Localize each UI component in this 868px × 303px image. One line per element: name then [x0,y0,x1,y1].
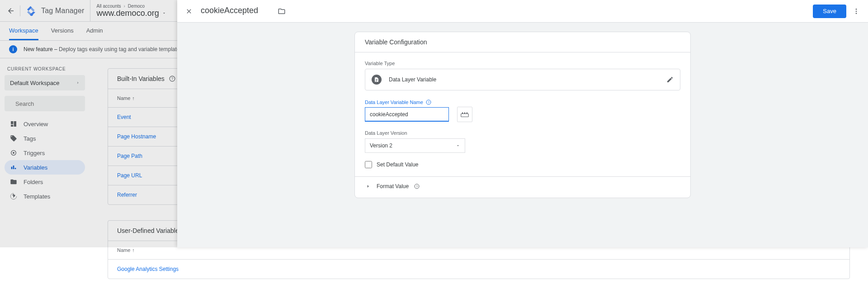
sidebar-item-overview[interactable]: Overview [5,117,85,131]
dropdown-icon [162,11,166,15]
folder-icon [10,178,17,185]
dlv-name-label: Data Layer Variable Name ? [365,99,680,105]
help-icon[interactable]: ? [169,76,175,82]
svg-text:?: ? [416,185,418,188]
sidebar-item-label: Overview [24,121,48,128]
help-icon[interactable]: ? [426,99,431,105]
variable-name-input[interactable] [201,6,273,17]
insert-variable-icon[interactable] [457,107,472,122]
tab-workspace[interactable]: Workspace [9,22,38,40]
svg-rect-12 [464,113,465,114]
set-default-checkbox[interactable] [365,161,372,168]
chevron-right-icon [76,80,80,85]
svg-point-1 [13,152,14,154]
edit-icon[interactable] [666,76,674,83]
crumb-all[interactable]: All accounts [97,4,121,9]
search-row [5,96,85,111]
folder-icon[interactable] [278,7,286,15]
sidebar-item-label: Variables [24,164,47,171]
format-value-row[interactable]: Format Value ? [365,183,680,189]
panel-body: Variable Configuration Variable Type Dat… [177,23,868,247]
svg-point-6 [856,10,857,12]
version-label: Data Layer Version [365,130,680,136]
panel-title: Built-In Variables [117,75,165,82]
type-name: Data Layer Variable [389,76,436,83]
svg-point-0 [30,13,33,16]
sidebar-item-label: Folders [24,179,43,185]
card-title: Variable Configuration [355,32,690,52]
svg-point-7 [856,13,857,14]
sort-asc-icon: ↑ [132,95,135,101]
crumb-account[interactable]: Democo [128,4,145,9]
tab-admin[interactable]: Admin [86,22,103,40]
variable-editor-panel: Save Variable Configuration Variable Typ… [177,0,868,247]
ws-header: CURRENT WORKSPACE [7,66,82,71]
templates-icon [10,193,17,200]
svg-rect-10 [461,114,469,117]
sidebar-item-label: Templates [24,193,50,200]
tab-versions[interactable]: Versions [51,22,74,40]
close-icon[interactable] [184,6,194,17]
table-row[interactable]: Google Analytics Settings [108,259,849,279]
info-icon: i [9,45,17,53]
back-icon[interactable] [5,5,16,16]
sidebar-item-label: Tags [24,135,36,142]
name-col-header[interactable]: Name [117,247,130,253]
breadcrumb: All accounts › Democo [97,4,166,9]
sidebar-item-templates[interactable]: Templates [5,189,85,204]
sidebar-item-triggers[interactable]: Triggers [5,146,85,160]
trigger-icon [10,149,17,156]
sort-asc-icon: ↑ [132,247,135,253]
product-title: Tag Manager [41,7,85,15]
svg-rect-13 [467,113,467,114]
svg-rect-11 [462,113,463,114]
gtm-logo-icon [26,5,37,16]
doc-icon [372,75,382,85]
panel-header: Save [177,0,868,23]
sidebar: CURRENT WORKSPACE Default Workspace Over… [0,58,90,303]
type-label: Variable Type [365,61,680,66]
dlv-name-input[interactable] [365,107,449,122]
variable-type-selector[interactable]: Data Layer Variable [365,69,680,90]
set-default-value-row[interactable]: Set Default Value [365,161,680,168]
data-layer-version-select[interactable]: Version 2 [365,138,465,153]
variables-icon [10,164,17,171]
chevron-right-icon [365,183,371,189]
save-button[interactable]: Save [813,5,846,18]
more-icon[interactable] [851,6,862,17]
svg-point-5 [856,9,857,10]
chevron-down-icon [456,143,460,148]
sidebar-item-folders[interactable]: Folders [5,175,85,189]
help-icon[interactable]: ? [414,184,420,189]
panel-title: User-Defined Variables [117,227,182,234]
dashboard-icon [10,120,17,128]
name-col-header[interactable]: Name [117,95,130,101]
config-card: Variable Configuration Variable Type Dat… [354,32,691,198]
tag-icon [10,135,17,142]
svg-text:?: ? [428,101,429,104]
sidebar-item-label: Triggers [24,150,45,156]
workspace-picker[interactable]: Default Workspace [5,75,85,90]
container-selector[interactable]: www.democo.org [97,9,166,18]
svg-text:?: ? [171,77,174,81]
sidebar-item-variables[interactable]: Variables [5,160,85,175]
search-input[interactable] [15,100,91,107]
sidebar-item-tags[interactable]: Tags [5,131,85,146]
